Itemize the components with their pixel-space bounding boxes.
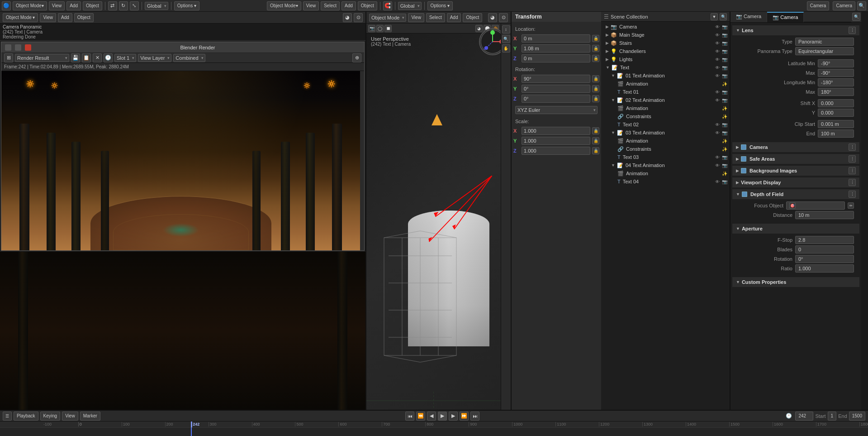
vp-tool-2[interactable]: 🔍 xyxy=(502,35,510,43)
viewport-area[interactable]: User Perspective (242) Text | Camera 📷 ◯… xyxy=(366,24,511,410)
outliner-search-icon[interactable]: 🔍 xyxy=(720,13,727,20)
prev-frame[interactable]: ⏪ xyxy=(416,412,425,421)
mode-dropdown-left[interactable]: Object Mode ▾ xyxy=(13,1,47,10)
outliner-lights[interactable]: ▶ 💡 Lights 👁 📷 xyxy=(601,55,730,63)
ms-render-icon[interactable]: 📷 xyxy=(721,32,728,38)
outliner-02-constraints[interactable]: 🔗 Constraints ✨ xyxy=(601,112,730,120)
aperture-header[interactable]: ▼ Aperture xyxy=(732,224,859,234)
04ta-render-icon[interactable]: 📷 xyxy=(721,162,728,168)
outliner-01-animation[interactable]: 🎬 Animation ✨ xyxy=(601,80,730,88)
t04-render-icon[interactable]: 📷 xyxy=(721,178,728,185)
outliner-text-03[interactable]: T Text 03 👁 📷 xyxy=(601,153,730,161)
st-vis-icon[interactable]: 👁 xyxy=(714,40,721,46)
tx-vis-icon[interactable]: 👁 xyxy=(714,64,721,71)
combined-dropdown[interactable]: Combined xyxy=(173,54,205,62)
middle-select-btn[interactable]: Select xyxy=(426,13,445,22)
rot-z-lock[interactable]: 🔒 xyxy=(592,95,599,102)
scale-icon[interactable]: ⤡ xyxy=(130,1,139,10)
render-del-icon[interactable]: ✕ xyxy=(93,53,102,62)
outliner-main-stage[interactable]: ▶ 📦 Main Stage 👁 📷 xyxy=(601,31,730,39)
scale-z-input[interactable]: 1.000 xyxy=(522,147,590,155)
focus-obj-select[interactable]: 🎯 xyxy=(789,202,796,209)
next-keyframe[interactable]: ▶ xyxy=(449,412,458,421)
loc-y-lock[interactable]: 🔒 xyxy=(592,45,599,52)
blender-logo[interactable]: 🔵 xyxy=(2,1,11,10)
vp-display-header[interactable]: ▶ Viewport Display ⋮ xyxy=(732,177,859,187)
left-object-btn[interactable]: Object xyxy=(74,13,94,22)
left-view-btn[interactable]: View xyxy=(40,13,56,22)
start-frame[interactable]: 1 xyxy=(828,412,837,421)
camera-tab-1[interactable]: Camera xyxy=(807,1,830,10)
view-layer-dropdown[interactable]: View Layer xyxy=(138,54,171,62)
lens-expand-icon[interactable]: ⋮ xyxy=(849,27,856,34)
prev-keyframe[interactable]: ◀ xyxy=(427,412,436,421)
rot-y-input[interactable]: 0° xyxy=(522,85,590,93)
ratio-value[interactable]: 1.000 xyxy=(795,264,854,273)
render-icon-1[interactable]: ⊞ xyxy=(4,53,13,62)
view-menu-right[interactable]: View xyxy=(303,1,319,10)
vp-icon-1[interactable]: 📷 xyxy=(368,25,375,32)
object-menu-left[interactable]: Object xyxy=(83,1,102,10)
close-button[interactable] xyxy=(25,44,31,51)
dof-expand[interactable]: ⋮ xyxy=(849,191,856,198)
camera-tab-2[interactable]: Camera xyxy=(833,1,855,10)
outliner-03-animation[interactable]: 🎬 Animation ✨ xyxy=(601,137,730,145)
middle-add-btn[interactable]: Add xyxy=(447,13,461,22)
scale-x-lock[interactable]: 🔒 xyxy=(592,127,599,134)
st-render-icon[interactable]: 📷 xyxy=(721,40,728,46)
rot-x-input[interactable]: 90° xyxy=(522,75,590,83)
middle-mode-dropdown[interactable]: Object Mode xyxy=(369,14,406,22)
loc-z-lock[interactable]: 🔒 xyxy=(592,55,599,62)
outliner-02-animation[interactable]: 🎬 Animation ✨ xyxy=(601,104,730,112)
left-add-btn[interactable]: Add xyxy=(58,13,72,22)
cam-vis-icon[interactable]: 👁 xyxy=(714,24,721,30)
outliner-text-01[interactable]: T Text 01 👁 📷 xyxy=(601,88,730,96)
rot-z-input[interactable]: 0° xyxy=(522,95,590,103)
cam-prop-tab-2[interactable]: 📷 Camera xyxy=(767,12,804,22)
lon-max-value[interactable]: 180° xyxy=(818,88,854,96)
t02-vis-icon[interactable]: 👁 xyxy=(714,121,721,128)
options-btn-right[interactable]: Options ▾ xyxy=(427,1,453,10)
outliner-text[interactable]: ▼ 📝 Text 👁 📷 xyxy=(601,63,730,72)
render-zoom-icon[interactable]: ⊕ xyxy=(352,53,361,62)
timeline-area[interactable]: -100 0 100 200 242 300 400 500 600 700 8… xyxy=(0,422,868,436)
custom-props-header[interactable]: ▼ Custom Properties xyxy=(732,277,859,287)
keying-btn[interactable]: Keying xyxy=(40,412,61,421)
play-to-end[interactable]: ⏭ xyxy=(470,412,479,421)
loc-x-lock[interactable]: 🔒 xyxy=(592,35,599,42)
03ta-vis-icon[interactable]: 👁 xyxy=(714,129,721,136)
outliner-text-04[interactable]: T Text 04 👁 📷 xyxy=(601,177,730,186)
t03-vis-icon[interactable]: 👁 xyxy=(714,154,721,160)
play-to-start[interactable]: ⏮ xyxy=(405,412,414,421)
camera-section-header[interactable]: ▶ Camera ⋮ xyxy=(732,142,859,152)
tx-render-icon[interactable]: 📷 xyxy=(721,64,728,71)
render-result-dropdown[interactable]: Render Result xyxy=(15,54,69,62)
transform-icon[interactable]: ⇄ xyxy=(108,1,117,10)
vp-tool-3[interactable]: ✋ xyxy=(502,44,510,53)
outliner-03-text-anim[interactable]: ▼ 📝 03 Text Animation 👁 📷 xyxy=(601,129,730,137)
clip-start-value[interactable]: 0.001 m xyxy=(818,120,854,128)
dof-header[interactable]: ▼ Depth of Field ⋮ xyxy=(732,189,859,199)
loc-y-input[interactable]: 1.08 m xyxy=(522,44,590,53)
lat-max-value[interactable]: -90° xyxy=(818,69,854,77)
left-mode-btn[interactable]: Object Mode ▾ xyxy=(3,13,38,22)
t01-render-icon[interactable]: 📷 xyxy=(721,89,728,95)
fstop-value[interactable]: 2.8 xyxy=(795,236,854,244)
blades-value[interactable]: 0 xyxy=(795,245,854,254)
camera-section-expand[interactable]: ⋮ xyxy=(849,144,856,151)
current-frame[interactable]: 242 xyxy=(795,412,813,421)
02ta-vis-icon[interactable]: 👁 xyxy=(714,97,721,103)
t04-vis-icon[interactable]: 👁 xyxy=(714,178,721,185)
euler-mode-dropdown[interactable]: XYZ Euler xyxy=(515,106,598,114)
outliner-stairs[interactable]: ▶ 📦 Stairs 👁 📷 xyxy=(601,39,730,47)
t01-vis-icon[interactable]: 👁 xyxy=(714,89,721,95)
rot-y-lock[interactable]: 🔒 xyxy=(592,85,599,92)
lon-min-value[interactable]: -180° xyxy=(818,78,854,86)
lens-section-header[interactable]: ▼ Lens ⋮ xyxy=(732,25,859,35)
04ta-vis-icon[interactable]: 👁 xyxy=(714,162,721,168)
select-menu-right[interactable]: Select xyxy=(321,1,340,10)
cam-prop-tab-1[interactable]: 📷 Camera xyxy=(730,12,767,22)
scale-x-input[interactable]: 1.000 xyxy=(522,127,590,135)
cam-prop-search[interactable]: 🔍 xyxy=(852,13,860,21)
next-frame[interactable]: ⏩ xyxy=(460,412,469,421)
